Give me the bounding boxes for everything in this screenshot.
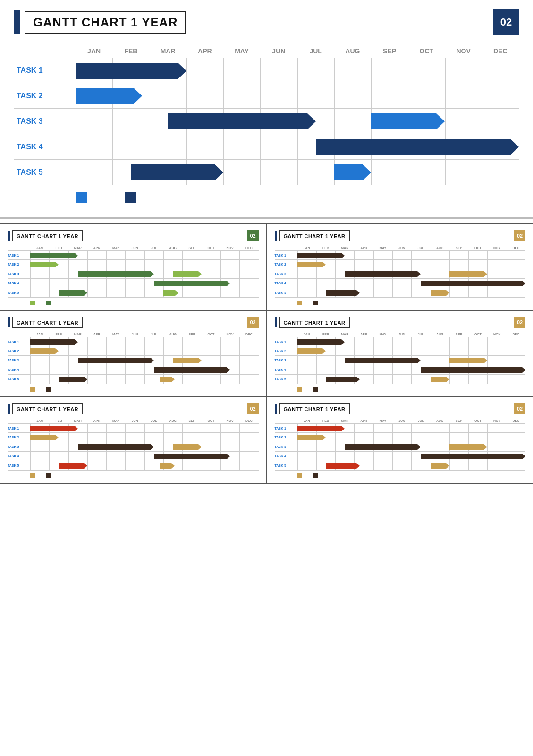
small-bar-container [297,435,326,440]
small-gantt-cells [30,452,259,461]
small-gantt-cell [202,260,220,269]
small-bar-arrow [175,290,178,296]
small-chart-title: GANTT CHART 1 YEAR [284,233,346,239]
small-bar-body [160,463,171,469]
small-gantt-cell [144,424,163,432]
small-gantt-cell [125,288,144,297]
small-bar-container [78,444,154,450]
legend-color-box [76,192,87,203]
small-gantt-cell [202,288,220,297]
small-gantt-cell [507,461,525,470]
small-gantt-body: TASK 1TASK 2TASK 3TASK 4TASK 5 [8,250,259,298]
small-task-label: TASK 2 [8,436,30,439]
small-gantt-cell [87,346,106,355]
small-month-label: JAN [30,245,49,250]
small-gantt-cell [106,424,125,432]
small-month-label: FEB [316,418,335,423]
small-bar-body [449,358,484,363]
small-task-label: TASK 4 [8,455,30,458]
small-bar-arrow [522,281,525,286]
small-gantt-cell [220,337,239,346]
small-gantt-cell [68,346,87,355]
small-gantt-row: TASK 5 [8,288,259,298]
bar-arrow [436,113,445,129]
small-task-label: TASK 2 [275,349,297,352]
small-month-label: JAN [297,418,316,423]
small-bar-body [154,281,227,286]
small-gantt-panel: GANTT CHART 1 YEAR02JANFEBMARAPRMAYJUNJU… [267,311,533,397]
small-task-label: TASK 3 [8,359,30,362]
small-gantt-row: TASK 4 [275,279,526,288]
task-label-large: TASK 2 [14,92,76,100]
small-gantt-cell [373,279,392,288]
small-bar-arrow [484,444,487,450]
small-bar-container [431,377,449,382]
small-gantt-cell [297,356,316,365]
small-title-box: GANTT CHART 1 YEAR [12,230,83,241]
small-header-left: GANTT CHART 1 YEAR [275,317,350,328]
small-month-label: APR [354,332,373,337]
small-bar-arrow [484,358,487,363]
small-gantt-cells [297,337,526,346]
small-legend-box [30,301,35,305]
small-bar-container [154,367,230,373]
small-gantt-row: TASK 1 [275,250,526,260]
small-gantt-cell [144,288,163,297]
small-gantt-panel: GANTT CHART 1 YEAR02JANFEBMARAPRMAYJUNJU… [0,311,267,397]
small-gantt-cell [392,375,411,384]
small-gantt-cell [449,260,468,269]
small-bar-arrow [522,367,525,373]
small-legend-item [313,473,318,478]
small-gantt-cell [335,452,354,461]
small-bar-body [326,463,357,469]
small-month-label: MAR [335,245,354,250]
title-box-large: GANTT CHART 1 YEAR [25,11,186,34]
small-gantt-cell [373,260,392,269]
top-section: GANTT CHART 1 YEAR 02 JANFEBMARAPRMAYJUN… [0,0,533,213]
small-bar-arrow [446,377,449,382]
small-panel-header: GANTT CHART 1 YEAR02 [8,403,259,414]
small-bar-container [30,253,78,258]
small-bar-body [59,463,84,469]
small-bar-body [30,435,55,440]
small-badge: 02 [514,403,525,414]
small-gantt-cell [30,356,49,365]
small-legend-box [313,387,318,392]
small-badge: 02 [247,317,259,328]
small-gantt-row: TASK 2 [275,260,526,269]
small-gantt-row: TASK 5 [275,375,526,384]
small-gantt-cell [411,433,430,442]
small-legend-box [297,473,302,478]
small-task-label: TASK 3 [8,272,30,275]
small-month-label: MAY [373,418,392,423]
bar-arrow [178,63,186,79]
small-gantt-cell [411,260,430,269]
small-gantt-cell [106,251,125,259]
small-bar-container [160,463,175,469]
small-gantt-cell [449,461,468,470]
small-month-label: JUL [144,418,163,423]
small-legend [297,301,526,305]
small-gantt-cell [373,337,392,346]
small-gantt-cell [354,424,373,432]
small-month-label: MAR [68,418,87,423]
small-month-label: JAN [30,332,49,337]
small-gantt-cell [220,260,239,269]
small-bar-container [154,281,230,286]
small-bar-body [297,253,342,258]
small-bar-container [78,271,154,277]
small-month-label: NOV [487,245,506,250]
small-bar-body [30,348,55,354]
small-gantt-cell [87,461,106,470]
small-gantt-cell [487,346,506,355]
small-header-left: GANTT CHART 1 YEAR [275,230,350,241]
small-bar-arrow [84,377,87,382]
small-gantt-cells [30,279,259,288]
small-bar-body [173,271,198,277]
small-gantt-cell [106,452,125,461]
small-gantt-cells [297,433,526,442]
small-panel-header: GANTT CHART 1 YEAR02 [275,317,526,328]
small-title-box: GANTT CHART 1 YEAR [279,317,350,328]
small-gantt-cell [87,433,106,442]
small-gantt-cell [373,365,392,374]
